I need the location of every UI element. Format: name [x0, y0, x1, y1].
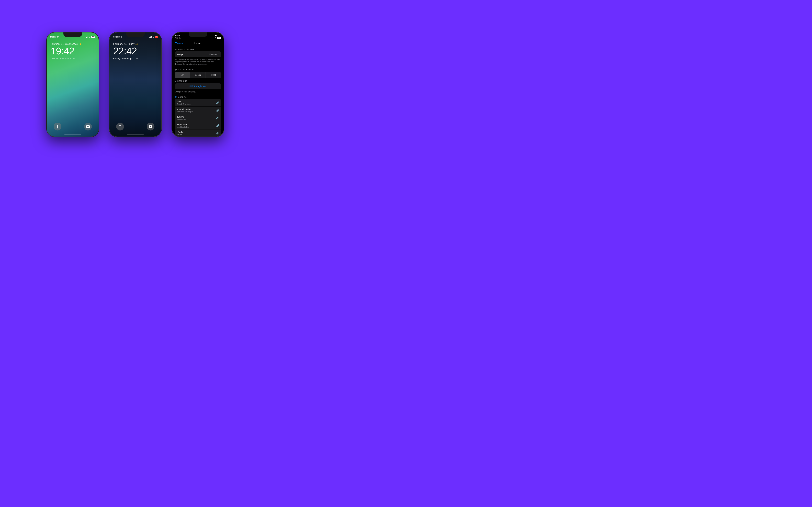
phone1-flashlight-button[interactable] — [54, 123, 61, 130]
credits-label: CREDITS — [178, 96, 187, 98]
phone-2: MegaFon ▲ 11 February 23, Friday 🌙 22:42… — [109, 32, 161, 137]
phone1-screen: MegaFon ▲ 100 February 21, Wednesday 🌙 1… — [47, 33, 99, 136]
phone1-notch — [63, 33, 82, 37]
phone2-flashlight-button[interactable] — [116, 123, 124, 130]
phone1-date: February 21, Wednesday 🌙 — [51, 43, 95, 45]
text-alignment-header: Ⓐ TEXT ALIGNMENT — [172, 67, 224, 72]
credit-row-4: h3nda Tester 🔗 — [175, 129, 221, 136]
phone2-volume-up-button — [109, 57, 109, 62]
credit-link-icon-1[interactable]: 🔗 — [216, 109, 219, 112]
phone1-time: 19:42 — [51, 46, 95, 56]
phone2-status-icons: ▲ 11 — [149, 36, 158, 38]
phone2-bottom-controls — [109, 123, 161, 130]
settings-body: 🖥 WIDGET OPTIONS Widget Weather ⌃ If you… — [172, 46, 224, 136]
phone3-date: Wed 21 — [175, 37, 181, 39]
credit-role-1: Backend Developer — [177, 111, 193, 113]
phone2-wifi-icon: ▲ — [152, 36, 154, 38]
phone2-battery: 11 — [155, 36, 158, 38]
phone3-settings-content: ‹ Tweaks Lunar 🖥 WIDGET OPTIONS Widget W… — [172, 40, 224, 136]
phone3-status-icons: ▲ 100 — [215, 34, 221, 39]
credit-link-icon-0[interactable]: 🔗 — [216, 101, 219, 104]
credit-link-icon-4[interactable]: 🔗 — [216, 132, 219, 134]
phone2-time: 22:42 — [113, 46, 157, 56]
credits-section-icon: 👤 — [175, 96, 177, 98]
phone1-status-bar: MegaFon ▲ 100 — [47, 33, 99, 40]
alignment-button-group: Left Center Right — [175, 72, 221, 78]
credit-link-icon-3[interactable]: 🔗 — [216, 124, 219, 127]
widget-row[interactable]: Widget Weather ⌃ — [175, 51, 221, 57]
credit-info-1: sourcelocation Backend Developer — [177, 108, 193, 113]
phone2-volume-down-button — [109, 63, 109, 68]
settings-back-button[interactable]: ‹ Tweaks — [174, 42, 183, 45]
widget-label: Widget — [177, 53, 184, 56]
alignment-section-icon: Ⓐ — [175, 68, 177, 71]
widget-description: If you are using the Weather widget, ens… — [172, 57, 224, 67]
phone3-time-col: 19:44 Wed 21 — [175, 34, 181, 39]
phone3-screen: 19:44 Wed 21 ▲ 100 ‹ Tweaks Lunar — [172, 33, 224, 136]
phone2-lockscreen-content: February 23, Friday 🌙 22:42 Battery Perc… — [109, 43, 161, 60]
align-right-button[interactable]: Right — [206, 72, 221, 78]
credit-info-0: haxi0 Tweak Developer — [177, 100, 191, 105]
phone3-signal — [215, 34, 221, 36]
phone2-widget: Battery Percentage: 11% — [113, 57, 157, 60]
widget-value: Weather ⌃ — [209, 53, 219, 56]
phone2-date: February 23, Friday 🌙 — [113, 43, 157, 45]
credit-link-icon-2[interactable]: 🔗 — [216, 117, 219, 119]
align-left-button[interactable]: Left — [175, 72, 190, 78]
credits-list: haxi0 Tweak Developer 🔗 sourcelocation B… — [172, 99, 224, 136]
credit-row-1: sourcelocation Backend Developer 🔗 — [175, 107, 221, 114]
align-center-button[interactable]: Center — [190, 72, 206, 78]
phone1-battery: 100 — [91, 36, 95, 38]
credit-row-0: haxi0 Tweak Developer 🔗 — [175, 99, 221, 107]
back-label: Tweaks — [175, 42, 183, 45]
credit-info-3: Superuser libpddokdo Fix — [177, 123, 189, 128]
respring-button[interactable]: Kill SpringBoard — [175, 83, 221, 90]
phone2-status-bar: MegaFon ▲ 11 — [109, 33, 161, 40]
respring-section-icon: ↺ — [175, 80, 176, 82]
widget-options-header: 🖥 WIDGET OPTIONS — [172, 47, 224, 51]
respring-note: Changes require a respring. — [172, 90, 224, 95]
back-chevron-icon: ‹ — [174, 42, 174, 45]
credit-role-0: Tweak Developer — [177, 103, 191, 105]
settings-page-title: Lunar — [194, 42, 201, 45]
credit-name-4: h3nda — [177, 131, 183, 133]
respring-header: ↺ RESPRING — [172, 78, 224, 83]
credit-name-0: haxi0 — [177, 100, 191, 103]
text-alignment-label: TEXT ALIGNMENT — [178, 69, 195, 71]
widget-section-icon: 🖥 — [175, 49, 177, 51]
phone2-screen: MegaFon ▲ 11 February 23, Friday 🌙 22:42… — [109, 33, 161, 136]
phone1-moon-icon: 🌙 — [79, 43, 81, 45]
credits-header: 👤 CREDITS — [172, 95, 224, 99]
phone1-home-indicator — [64, 134, 81, 135]
credit-role-2: libpddokdo — [177, 118, 186, 120]
phone2-notch — [126, 33, 145, 37]
credit-info-4: h3nda Tester — [177, 131, 183, 135]
phone2-carrier: MegaFon — [113, 36, 122, 38]
phone-3: 19:44 Wed 21 ▲ 100 ‹ Tweaks Lunar — [172, 32, 224, 137]
respring-label: RESPRING — [177, 80, 188, 82]
phone1-signal — [86, 36, 88, 38]
credit-row-2: s8ngyu libpddokdo 🔗 — [175, 114, 221, 122]
phone-1: MegaFon ▲ 100 February 21, Wednesday 🌙 1… — [47, 32, 99, 137]
credit-row-3: Superuser libpddokdo Fix 🔗 — [175, 122, 221, 129]
phone2-moon-icon: 🌙 — [135, 43, 138, 45]
widget-chevron-icon: ⌃ — [217, 53, 219, 55]
widget-options-label: WIDGET OPTIONS — [178, 49, 195, 51]
phone3-wifi-icon: ▲ — [215, 37, 216, 39]
credit-name-2: s8ngyu — [177, 116, 186, 118]
phone2-camera-button[interactable] — [147, 123, 154, 130]
phone2-home-indicator — [127, 134, 144, 135]
credit-name-3: Superuser — [177, 123, 189, 126]
phone2-signal — [149, 36, 152, 38]
credit-role-4: Tester — [177, 133, 183, 135]
phone1-carrier: MegaFon — [50, 36, 59, 38]
phone1-status-icons: ▲ 100 — [86, 36, 95, 38]
phone3-battery: 100 — [217, 37, 221, 39]
phone1-lockscreen-content: February 21, Wednesday 🌙 19:42 Current T… — [47, 43, 99, 60]
settings-navigation: ‹ Tweaks Lunar — [172, 40, 224, 46]
credit-role-3: libpddokdo Fix — [177, 126, 189, 128]
phone3-time: 19:44 — [175, 34, 181, 37]
phone3-notch — [189, 33, 207, 37]
phone1-camera-button[interactable] — [84, 123, 92, 130]
phone1-bottom-controls — [47, 123, 99, 130]
